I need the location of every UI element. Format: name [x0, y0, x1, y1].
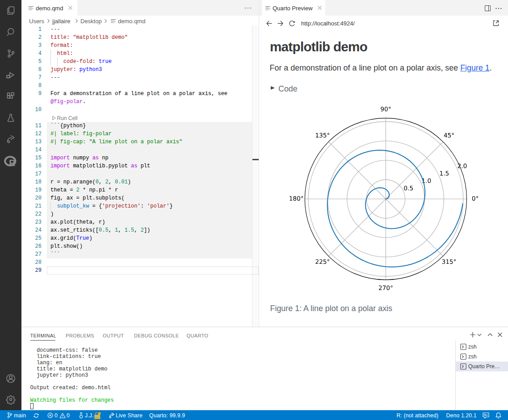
svg-text:R: R	[9, 158, 15, 167]
